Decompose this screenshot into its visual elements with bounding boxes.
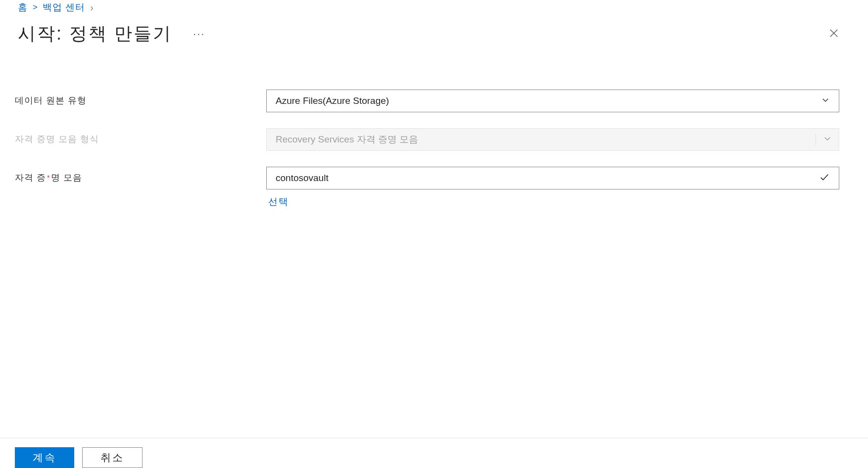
more-actions-button[interactable]: ··· [193,28,205,41]
vault-type-select: Recovery Services 자격 증명 모음 [266,128,839,151]
datasource-type-value: Azure Files(Azure Storage) [276,95,389,106]
breadcrumb: 홈 > 백업 센터 › [0,0,868,15]
cancel-button[interactable]: 취소 [82,447,143,468]
datasource-type-select[interactable]: Azure Files(Azure Storage) [266,90,839,112]
vault-row: 자격 증*명 모음 contosovault 선택 [15,167,839,208]
required-asterisk: * [47,174,50,182]
page-header: 시작: 정책 만들기 ··· [0,15,868,46]
vault-label: 자격 증*명 모음 [15,167,266,184]
page-title-text: 시작: 정책 만들기 [18,22,172,46]
chevron-down-icon [816,134,832,145]
vault-type-row: 자격 증명 모음 형식 Recovery Services 자격 증명 모음 [15,128,839,151]
vault-select[interactable]: contosovault [266,167,839,189]
page-title: 시작: 정책 만들기 ··· [18,22,205,46]
close-button[interactable] [824,24,843,44]
continue-button[interactable]: 계속 [15,447,74,468]
close-icon [828,33,839,40]
breadcrumb-home[interactable]: 홈 [18,1,28,14]
breadcrumb-separator: > [33,2,38,12]
vault-value: contosovault [276,173,329,184]
footer: 계속 취소 [0,438,868,468]
chevron-down-icon [821,95,830,107]
checkmark-icon [819,172,830,185]
datasource-type-row: 데이터 원본 유형 Azure Files(Azure Storage) [15,90,839,112]
vault-type-label: 자격 증명 모음 형식 [15,128,266,145]
breadcrumb-separator: › [90,2,94,13]
select-vault-link[interactable]: 선택 [266,195,839,208]
vault-type-value: Recovery Services 자격 증명 모음 [276,133,418,146]
datasource-type-label: 데이터 원본 유형 [15,90,266,106]
form-section: 데이터 원본 유형 Azure Files(Azure Storage) 자격 … [0,46,868,208]
breadcrumb-backup-center[interactable]: 백업 센터 [43,1,85,14]
